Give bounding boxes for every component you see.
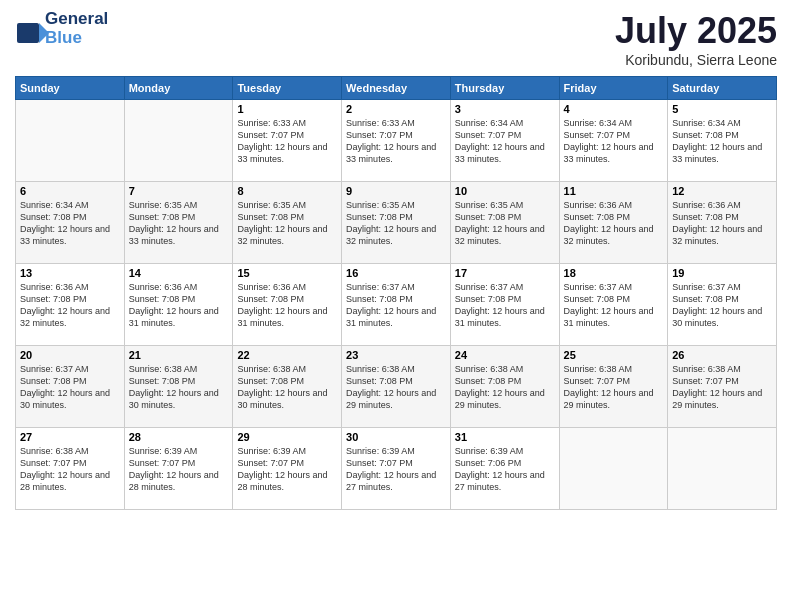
day-number: 19 xyxy=(672,267,772,279)
calendar-cell: 21Sunrise: 6:38 AM Sunset: 7:08 PM Dayli… xyxy=(124,346,233,428)
calendar-cell: 19Sunrise: 6:37 AM Sunset: 7:08 PM Dayli… xyxy=(668,264,777,346)
day-info: Sunrise: 6:37 AM Sunset: 7:08 PM Dayligh… xyxy=(564,281,664,330)
month-title: July 2025 xyxy=(615,10,777,52)
calendar-week-4: 20Sunrise: 6:37 AM Sunset: 7:08 PM Dayli… xyxy=(16,346,777,428)
calendar-cell: 22Sunrise: 6:38 AM Sunset: 7:08 PM Dayli… xyxy=(233,346,342,428)
day-number: 24 xyxy=(455,349,555,361)
calendar-cell: 12Sunrise: 6:36 AM Sunset: 7:08 PM Dayli… xyxy=(668,182,777,264)
day-info: Sunrise: 6:39 AM Sunset: 7:07 PM Dayligh… xyxy=(129,445,229,494)
calendar-cell: 25Sunrise: 6:38 AM Sunset: 7:07 PM Dayli… xyxy=(559,346,668,428)
day-number: 23 xyxy=(346,349,446,361)
days-header-row: SundayMondayTuesdayWednesdayThursdayFrid… xyxy=(16,77,777,100)
day-header-thursday: Thursday xyxy=(450,77,559,100)
calendar-cell: 4Sunrise: 6:34 AM Sunset: 7:07 PM Daylig… xyxy=(559,100,668,182)
logo-text: General Blue xyxy=(45,10,108,47)
day-info: Sunrise: 6:37 AM Sunset: 7:08 PM Dayligh… xyxy=(455,281,555,330)
calendar-cell: 14Sunrise: 6:36 AM Sunset: 7:08 PM Dayli… xyxy=(124,264,233,346)
day-info: Sunrise: 6:38 AM Sunset: 7:08 PM Dayligh… xyxy=(129,363,229,412)
day-info: Sunrise: 6:33 AM Sunset: 7:07 PM Dayligh… xyxy=(237,117,337,166)
day-info: Sunrise: 6:36 AM Sunset: 7:08 PM Dayligh… xyxy=(672,199,772,248)
svg-marker-1 xyxy=(39,23,49,43)
day-info: Sunrise: 6:39 AM Sunset: 7:07 PM Dayligh… xyxy=(237,445,337,494)
day-header-tuesday: Tuesday xyxy=(233,77,342,100)
day-info: Sunrise: 6:38 AM Sunset: 7:08 PM Dayligh… xyxy=(455,363,555,412)
calendar-cell: 7Sunrise: 6:35 AM Sunset: 7:08 PM Daylig… xyxy=(124,182,233,264)
day-number: 29 xyxy=(237,431,337,443)
day-number: 1 xyxy=(237,103,337,115)
day-info: Sunrise: 6:36 AM Sunset: 7:08 PM Dayligh… xyxy=(564,199,664,248)
calendar-cell xyxy=(559,428,668,510)
title-section: July 2025 Koribundu, Sierra Leone xyxy=(615,10,777,68)
calendar-cell: 31Sunrise: 6:39 AM Sunset: 7:06 PM Dayli… xyxy=(450,428,559,510)
calendar-cell: 10Sunrise: 6:35 AM Sunset: 7:08 PM Dayli… xyxy=(450,182,559,264)
day-number: 4 xyxy=(564,103,664,115)
day-info: Sunrise: 6:36 AM Sunset: 7:08 PM Dayligh… xyxy=(129,281,229,330)
logo-icon xyxy=(15,15,43,43)
calendar-cell: 20Sunrise: 6:37 AM Sunset: 7:08 PM Dayli… xyxy=(16,346,125,428)
calendar-cell: 15Sunrise: 6:36 AM Sunset: 7:08 PM Dayli… xyxy=(233,264,342,346)
calendar-week-3: 13Sunrise: 6:36 AM Sunset: 7:08 PM Dayli… xyxy=(16,264,777,346)
calendar-cell: 2Sunrise: 6:33 AM Sunset: 7:07 PM Daylig… xyxy=(342,100,451,182)
calendar-cell: 3Sunrise: 6:34 AM Sunset: 7:07 PM Daylig… xyxy=(450,100,559,182)
calendar-cell: 26Sunrise: 6:38 AM Sunset: 7:07 PM Dayli… xyxy=(668,346,777,428)
day-number: 31 xyxy=(455,431,555,443)
day-info: Sunrise: 6:39 AM Sunset: 7:07 PM Dayligh… xyxy=(346,445,446,494)
day-header-sunday: Sunday xyxy=(16,77,125,100)
day-number: 8 xyxy=(237,185,337,197)
day-number: 25 xyxy=(564,349,664,361)
calendar-week-2: 6Sunrise: 6:34 AM Sunset: 7:08 PM Daylig… xyxy=(16,182,777,264)
day-number: 9 xyxy=(346,185,446,197)
day-number: 30 xyxy=(346,431,446,443)
day-info: Sunrise: 6:37 AM Sunset: 7:08 PM Dayligh… xyxy=(346,281,446,330)
day-number: 12 xyxy=(672,185,772,197)
day-number: 2 xyxy=(346,103,446,115)
day-info: Sunrise: 6:34 AM Sunset: 7:08 PM Dayligh… xyxy=(672,117,772,166)
day-info: Sunrise: 6:35 AM Sunset: 7:08 PM Dayligh… xyxy=(237,199,337,248)
calendar-table: SundayMondayTuesdayWednesdayThursdayFrid… xyxy=(15,76,777,510)
day-info: Sunrise: 6:37 AM Sunset: 7:08 PM Dayligh… xyxy=(672,281,772,330)
calendar-cell: 6Sunrise: 6:34 AM Sunset: 7:08 PM Daylig… xyxy=(16,182,125,264)
location: Koribundu, Sierra Leone xyxy=(615,52,777,68)
day-info: Sunrise: 6:34 AM Sunset: 7:08 PM Dayligh… xyxy=(20,199,120,248)
day-number: 17 xyxy=(455,267,555,279)
logo: General Blue xyxy=(15,10,108,47)
day-number: 26 xyxy=(672,349,772,361)
day-info: Sunrise: 6:39 AM Sunset: 7:06 PM Dayligh… xyxy=(455,445,555,494)
calendar-cell: 30Sunrise: 6:39 AM Sunset: 7:07 PM Dayli… xyxy=(342,428,451,510)
day-info: Sunrise: 6:37 AM Sunset: 7:08 PM Dayligh… xyxy=(20,363,120,412)
calendar-cell: 11Sunrise: 6:36 AM Sunset: 7:08 PM Dayli… xyxy=(559,182,668,264)
day-header-wednesday: Wednesday xyxy=(342,77,451,100)
calendar-cell: 18Sunrise: 6:37 AM Sunset: 7:08 PM Dayli… xyxy=(559,264,668,346)
calendar-cell: 27Sunrise: 6:38 AM Sunset: 7:07 PM Dayli… xyxy=(16,428,125,510)
day-info: Sunrise: 6:38 AM Sunset: 7:08 PM Dayligh… xyxy=(346,363,446,412)
day-header-saturday: Saturday xyxy=(668,77,777,100)
calendar-cell: 1Sunrise: 6:33 AM Sunset: 7:07 PM Daylig… xyxy=(233,100,342,182)
day-number: 16 xyxy=(346,267,446,279)
day-info: Sunrise: 6:33 AM Sunset: 7:07 PM Dayligh… xyxy=(346,117,446,166)
day-number: 13 xyxy=(20,267,120,279)
calendar-cell: 28Sunrise: 6:39 AM Sunset: 7:07 PM Dayli… xyxy=(124,428,233,510)
day-number: 21 xyxy=(129,349,229,361)
day-info: Sunrise: 6:35 AM Sunset: 7:08 PM Dayligh… xyxy=(455,199,555,248)
day-number: 18 xyxy=(564,267,664,279)
day-number: 20 xyxy=(20,349,120,361)
calendar-cell: 16Sunrise: 6:37 AM Sunset: 7:08 PM Dayli… xyxy=(342,264,451,346)
calendar-cell xyxy=(16,100,125,182)
calendar-cell xyxy=(124,100,233,182)
day-info: Sunrise: 6:36 AM Sunset: 7:08 PM Dayligh… xyxy=(20,281,120,330)
calendar-cell xyxy=(668,428,777,510)
day-info: Sunrise: 6:38 AM Sunset: 7:07 PM Dayligh… xyxy=(564,363,664,412)
day-number: 3 xyxy=(455,103,555,115)
calendar-cell: 24Sunrise: 6:38 AM Sunset: 7:08 PM Dayli… xyxy=(450,346,559,428)
day-info: Sunrise: 6:35 AM Sunset: 7:08 PM Dayligh… xyxy=(346,199,446,248)
day-number: 6 xyxy=(20,185,120,197)
calendar-cell: 9Sunrise: 6:35 AM Sunset: 7:08 PM Daylig… xyxy=(342,182,451,264)
day-header-friday: Friday xyxy=(559,77,668,100)
calendar-page: General Blue July 2025 Koribundu, Sierra… xyxy=(0,0,792,612)
day-number: 10 xyxy=(455,185,555,197)
day-number: 7 xyxy=(129,185,229,197)
calendar-cell: 5Sunrise: 6:34 AM Sunset: 7:08 PM Daylig… xyxy=(668,100,777,182)
day-info: Sunrise: 6:34 AM Sunset: 7:07 PM Dayligh… xyxy=(564,117,664,166)
calendar-cell: 29Sunrise: 6:39 AM Sunset: 7:07 PM Dayli… xyxy=(233,428,342,510)
svg-rect-0 xyxy=(17,23,39,43)
